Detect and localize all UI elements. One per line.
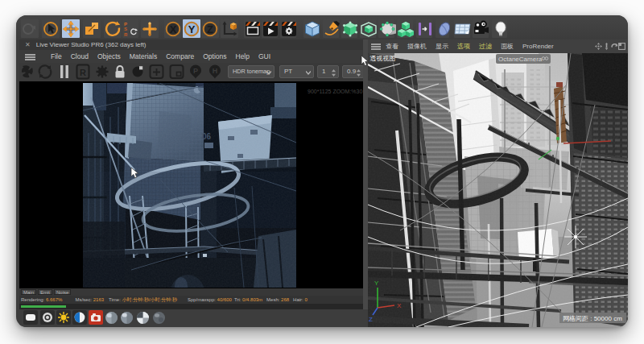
svg-text:H: H [213, 67, 218, 75]
svg-text:Y: Y [188, 23, 196, 35]
svg-text:R: R [80, 68, 86, 77]
svg-text:X: X [170, 23, 177, 35]
svg-text:R: R [124, 32, 128, 37]
svg-text:P: P [124, 22, 127, 27]
svg-text:Z: Z [207, 23, 213, 35]
svg-text:网格间距 : 50000 cm: 网格间距 : 50000 cm [563, 315, 622, 322]
svg-text:S: S [124, 27, 127, 31]
svg-text:P: P [193, 67, 198, 75]
